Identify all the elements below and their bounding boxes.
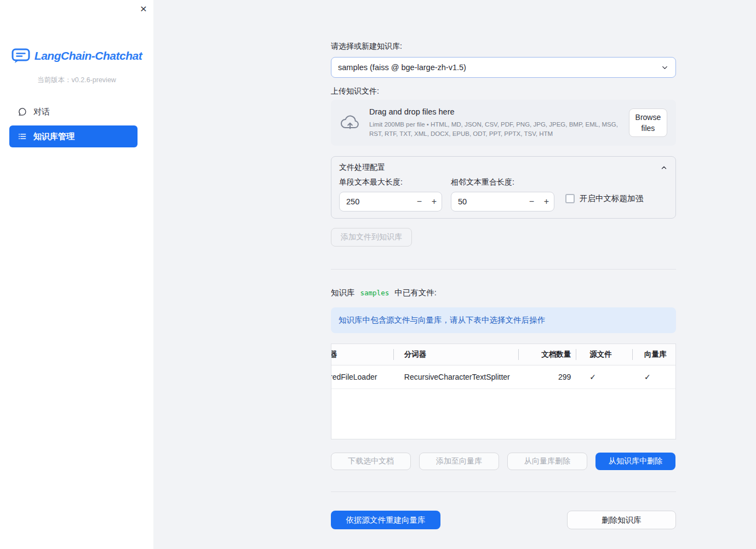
upload-label: 上传知识文件: xyxy=(331,87,676,96)
expander-title: 文件处理配置 xyxy=(339,163,385,173)
divider xyxy=(331,491,676,492)
zh-title-enhance-row: 开启中文标题加强 xyxy=(565,193,643,204)
chat-logo-icon xyxy=(12,48,30,64)
info-banner: 知识库中包含源文件与向量库，请从下表中选择文件后操作 xyxy=(331,307,676,333)
content-column: 请选择或新建知识库: samples (faiss @ bge-large-zh… xyxy=(331,0,676,529)
divider xyxy=(331,269,676,270)
overlap-size-value: 50 xyxy=(451,197,524,206)
dropzone-title: Drag and drop files here xyxy=(369,107,620,116)
delete-from-vector-store-button[interactable]: 从向量库删除 xyxy=(507,453,587,470)
download-selected-docs-button[interactable]: 下载选中文档 xyxy=(331,453,411,470)
chunk-size-decrement-button[interactable]: − xyxy=(412,192,427,211)
overlap-size-field: 相邻文本重合长度: 50 − + xyxy=(451,178,554,211)
column-header-splitter[interactable]: 分词器 xyxy=(394,344,519,365)
sidebar: × LangChain-Chatchat 当前版本：v0.2.6-preview xyxy=(0,0,153,549)
column-header-source-file[interactable]: 源文件 xyxy=(576,344,633,365)
kb-files-prefix: 知识库 xyxy=(331,288,355,298)
app-logo: LangChain-Chatchat xyxy=(0,48,153,64)
cell-loader: redFileLoader xyxy=(331,373,394,381)
overlap-size-label: 相邻文本重合长度: xyxy=(451,178,554,187)
dropzone-texts: Drag and drop files here Limit 200MB per… xyxy=(369,107,620,138)
sidebar-item-dialogue[interactable]: 对话 xyxy=(9,101,138,123)
chunk-size-increment-button[interactable]: + xyxy=(427,192,442,211)
main-content: 请选择或新建知识库: samples (faiss @ bge-large-zh… xyxy=(153,0,756,549)
kb-files-suffix: 中已有文件: xyxy=(394,288,437,298)
file-config-body: 单段文本最大长度: 250 − + 相邻文本重合长度: 50 − + xyxy=(331,178,675,211)
table-action-buttons: 下载选中文档 添加至向量库 从向量库删除 从知识库中删除 xyxy=(331,453,676,470)
sidebar-close-icon[interactable]: × xyxy=(140,3,147,14)
zh-title-enhance-label: 开启中文标题加强 xyxy=(580,193,643,204)
file-config-expander: 文件处理配置 单段文本最大长度: 250 − + xyxy=(331,156,676,219)
column-header-doc-count[interactable]: 文档数量 xyxy=(519,344,576,365)
list-icon xyxy=(18,132,27,141)
version-text: 当前版本：v0.2.6-preview xyxy=(0,76,153,85)
cell-splitter: RecursiveCharacterTextSplitter xyxy=(394,373,519,381)
column-header-vector-store[interactable]: 向量库 xyxy=(633,344,675,365)
kb-select-value: samples (faiss @ bge-large-zh-v1.5) xyxy=(338,63,466,72)
overlap-size-input[interactable]: 50 − + xyxy=(451,192,554,211)
overlap-size-increment-button[interactable]: + xyxy=(539,192,554,211)
delete-kb-button[interactable]: 删除知识库 xyxy=(567,511,676,529)
chunk-size-input[interactable]: 250 − + xyxy=(339,192,442,211)
chat-bubble-icon xyxy=(18,107,27,117)
kb-select-label: 请选择或新建知识库: xyxy=(331,42,676,52)
sidebar-menu: 对话 知识库管理 xyxy=(9,101,138,147)
table-row[interactable]: redFileLoader RecursiveCharacterTextSpli… xyxy=(331,365,675,389)
chunk-size-label: 单段文本最大长度: xyxy=(339,178,442,187)
zh-title-enhance-checkbox[interactable] xyxy=(565,194,575,203)
file-dropzone[interactable]: Drag and drop files here Limit 200MB per… xyxy=(331,100,676,146)
cell-vector-store-check: ✓ xyxy=(633,373,675,381)
browse-files-button[interactable]: Browse files xyxy=(629,108,667,137)
overlap-size-decrement-button[interactable]: − xyxy=(524,192,539,211)
file-config-expander-header[interactable]: 文件处理配置 xyxy=(331,157,675,178)
kb-files-table[interactable]: 器 分词器 文档数量 源文件 向量库 redFileLoader Recursi… xyxy=(331,344,676,439)
cell-doc-count: 299 xyxy=(519,373,576,381)
info-banner-text: 知识库中包含源文件与向量库，请从下表中选择文件后操作 xyxy=(339,315,545,325)
cell-source-file-check: ✓ xyxy=(576,373,633,381)
chunk-size-field: 单段文本最大长度: 250 − + xyxy=(339,178,442,211)
table-header-row: 器 分词器 文档数量 源文件 向量库 xyxy=(331,344,675,365)
chevron-up-icon xyxy=(660,164,668,171)
column-header-loader[interactable]: 器 xyxy=(331,344,394,365)
menu-item-label: 对话 xyxy=(33,107,50,117)
delete-from-kb-button[interactable]: 从知识库中删除 xyxy=(595,453,675,470)
kb-name-code: samples xyxy=(359,288,391,298)
add-files-to-kb-button[interactable]: 添加文件到知识库 xyxy=(331,228,412,247)
rebuild-vector-store-button[interactable]: 依据源文件重建向量库 xyxy=(331,511,440,529)
chunk-size-value: 250 xyxy=(340,197,412,206)
kb-files-heading: 知识库 samples 中已有文件: xyxy=(331,288,676,299)
dropzone-limit: Limit 200MB per file • HTML, MD, JSON, C… xyxy=(369,120,620,138)
cloud-upload-icon xyxy=(340,115,360,131)
add-to-vector-store-button[interactable]: 添加至向量库 xyxy=(419,453,499,470)
logo-text: LangChain-Chatchat xyxy=(35,49,142,62)
kb-select[interactable]: samples (faiss @ bge-large-zh-v1.5) xyxy=(331,57,676,78)
chevron-down-icon xyxy=(661,64,669,72)
menu-item-label: 知识库管理 xyxy=(33,131,75,142)
sidebar-item-knowledge-base[interactable]: 知识库管理 xyxy=(9,125,138,147)
kb-bottom-buttons: 依据源文件重建向量库 删除知识库 xyxy=(331,511,676,529)
